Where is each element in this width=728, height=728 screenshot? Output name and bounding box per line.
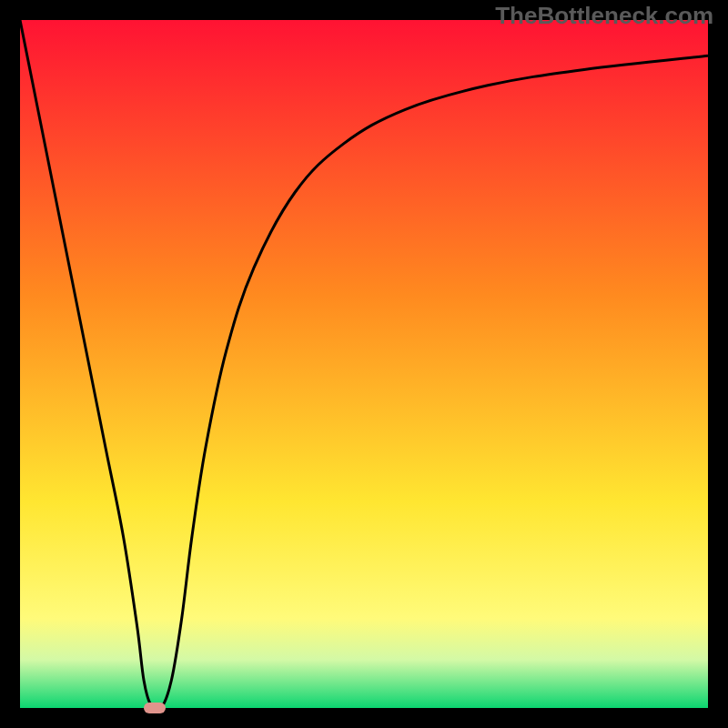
- plot-area: [20, 20, 708, 708]
- chart-frame: TheBottleneck.com: [0, 0, 728, 728]
- minimum-marker-pill: [144, 703, 166, 713]
- gradient-background: [20, 20, 708, 708]
- plot-svg: [20, 20, 708, 708]
- watermark-text: TheBottleneck.com: [495, 2, 713, 30]
